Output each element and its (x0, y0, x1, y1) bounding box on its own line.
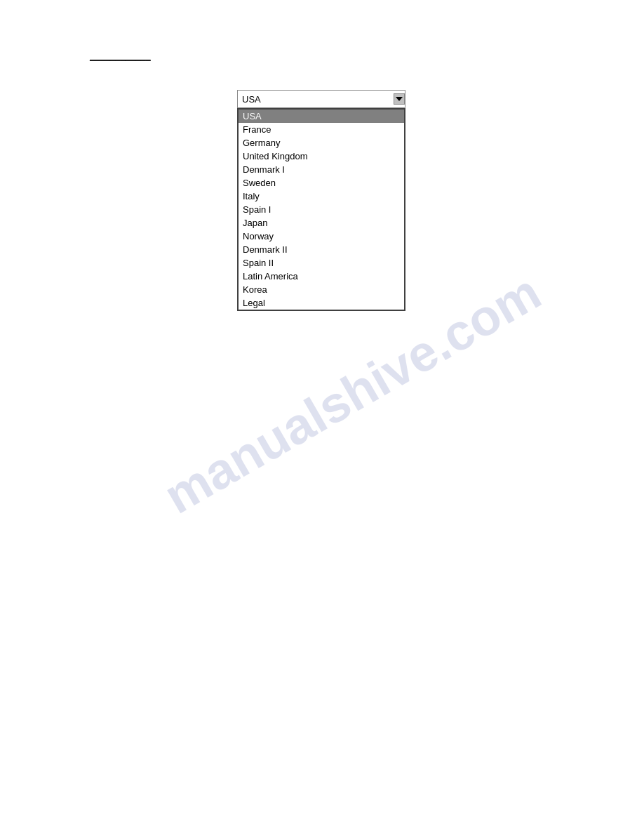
dropdown-item-united-kingdom[interactable]: United Kingdom (239, 150, 404, 163)
dropdown-item-sweden[interactable]: Sweden (239, 176, 404, 190)
dropdown-item-denmark-i[interactable]: Denmark I (239, 163, 404, 176)
dropdown-item-latin-america[interactable]: Latin America (239, 270, 404, 283)
dropdown-item-spain-i[interactable]: Spain I (239, 203, 404, 216)
dropdown-item-germany[interactable]: Germany (239, 136, 404, 150)
dropdown-item-italy[interactable]: Italy (239, 190, 404, 203)
dropdown-item-spain-ii[interactable]: Spain II (239, 256, 404, 270)
dropdown-select[interactable]: USA (237, 90, 405, 108)
page-link[interactable]: ____________ (90, 51, 151, 61)
dropdown-selected-text: USA (242, 94, 261, 105)
dropdown-item-usa[interactable]: USA (239, 110, 404, 123)
dropdown-item-korea[interactable]: Korea (239, 283, 404, 296)
dropdown-item-legal[interactable]: Legal (239, 296, 404, 310)
dropdown-item-norway[interactable]: Norway (239, 230, 404, 243)
dropdown-list: USA France Germany United Kingdom Denmar… (237, 108, 405, 311)
dropdown-arrow-icon[interactable] (394, 93, 405, 105)
dropdown-item-japan[interactable]: Japan (239, 216, 404, 230)
dropdown-item-france[interactable]: France (239, 123, 404, 136)
dropdown-container: USA USA France Germany United Kingdom De… (237, 90, 405, 311)
dropdown-item-denmark-ii[interactable]: Denmark II (239, 243, 404, 256)
